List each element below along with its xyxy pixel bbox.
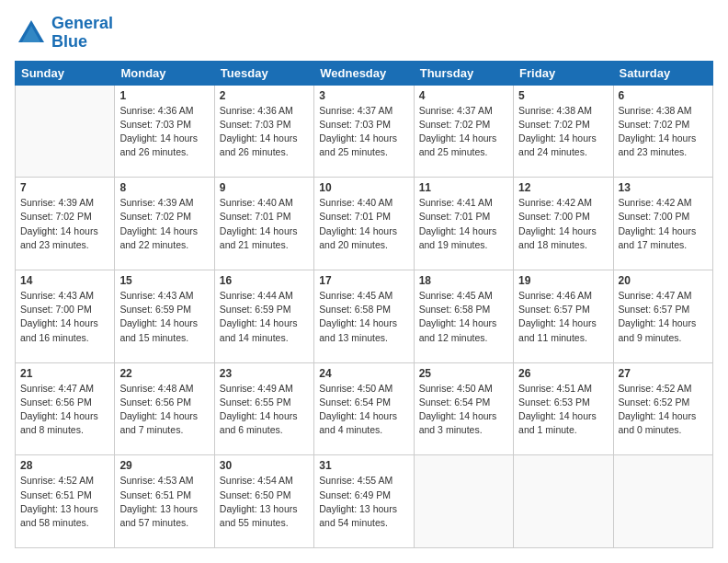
day-number: 7 xyxy=(20,181,109,194)
calendar-cell: 7Sunrise: 4:39 AMSunset: 7:02 PMDaylight… xyxy=(16,178,115,270)
day-info: Sunrise: 4:47 AMSunset: 6:57 PMDaylight:… xyxy=(619,289,708,345)
day-number: 18 xyxy=(419,274,508,287)
day-info: Sunrise: 4:50 AMSunset: 6:54 PMDaylight:… xyxy=(319,382,408,438)
day-number: 6 xyxy=(619,89,708,102)
day-info: Sunrise: 4:51 AMSunset: 6:53 PMDaylight:… xyxy=(518,382,608,438)
week-row-3: 21Sunrise: 4:47 AMSunset: 6:56 PMDayligh… xyxy=(16,362,713,455)
day-info: Sunrise: 4:53 AMSunset: 6:51 PMDaylight:… xyxy=(119,474,209,530)
day-info: Sunrise: 4:38 AMSunset: 7:02 PMDaylight:… xyxy=(619,104,708,160)
calendar-cell: 10Sunrise: 4:40 AMSunset: 7:01 PMDayligh… xyxy=(314,178,414,270)
calendar-cell: 28Sunrise: 4:52 AMSunset: 6:51 PMDayligh… xyxy=(16,455,115,548)
day-info: Sunrise: 4:55 AMSunset: 6:49 PMDaylight:… xyxy=(319,474,408,530)
day-number: 23 xyxy=(220,367,309,380)
logo-blue: Blue xyxy=(51,32,87,51)
day-info: Sunrise: 4:47 AMSunset: 6:56 PMDaylight:… xyxy=(20,382,109,438)
day-info: Sunrise: 4:39 AMSunset: 7:02 PMDaylight:… xyxy=(20,196,109,252)
day-number: 4 xyxy=(419,89,508,102)
calendar-cell xyxy=(613,455,712,548)
day-header-wednesday: Wednesday xyxy=(314,61,414,85)
calendar-cell: 27Sunrise: 4:52 AMSunset: 6:52 PMDayligh… xyxy=(613,362,712,455)
day-number: 14 xyxy=(20,274,109,287)
day-number: 26 xyxy=(518,367,608,380)
day-info: Sunrise: 4:40 AMSunset: 7:01 PMDaylight:… xyxy=(319,196,408,252)
day-number: 27 xyxy=(619,367,708,380)
calendar-cell: 14Sunrise: 4:43 AMSunset: 7:00 PMDayligh… xyxy=(16,270,115,362)
day-number: 12 xyxy=(518,181,608,194)
day-number: 21 xyxy=(20,367,109,380)
calendar-cell: 31Sunrise: 4:55 AMSunset: 6:49 PMDayligh… xyxy=(314,455,414,548)
day-number: 31 xyxy=(319,459,408,472)
logo-general: General xyxy=(51,14,113,32)
day-header-friday: Friday xyxy=(514,61,613,85)
day-number: 11 xyxy=(419,181,508,194)
day-number: 2 xyxy=(220,89,309,102)
calendar-page: General Blue SundayMondayTuesdayWednesda… xyxy=(0,0,728,563)
day-number: 8 xyxy=(119,181,209,194)
calendar-header-row: SundayMondayTuesdayWednesdayThursdayFrid… xyxy=(16,61,713,85)
day-number: 24 xyxy=(319,367,408,380)
day-info: Sunrise: 4:40 AMSunset: 7:01 PMDaylight:… xyxy=(220,196,309,252)
day-number: 16 xyxy=(220,274,309,287)
day-info: Sunrise: 4:46 AMSunset: 6:57 PMDaylight:… xyxy=(518,289,608,345)
week-row-0: 1Sunrise: 4:36 AMSunset: 7:03 PMDaylight… xyxy=(16,85,713,178)
day-number: 28 xyxy=(20,459,109,472)
day-number: 25 xyxy=(419,367,508,380)
week-row-2: 14Sunrise: 4:43 AMSunset: 7:00 PMDayligh… xyxy=(16,270,713,362)
day-info: Sunrise: 4:41 AMSunset: 7:01 PMDaylight:… xyxy=(419,196,508,252)
calendar-cell: 9Sunrise: 4:40 AMSunset: 7:01 PMDaylight… xyxy=(214,178,313,270)
day-header-sunday: Sunday xyxy=(16,61,115,85)
day-number: 15 xyxy=(119,274,209,287)
day-info: Sunrise: 4:52 AMSunset: 6:51 PMDaylight:… xyxy=(20,474,109,530)
day-info: Sunrise: 4:37 AMSunset: 7:03 PMDaylight:… xyxy=(319,104,408,160)
day-info: Sunrise: 4:42 AMSunset: 7:00 PMDaylight:… xyxy=(619,196,708,252)
calendar-cell: 29Sunrise: 4:53 AMSunset: 6:51 PMDayligh… xyxy=(115,455,214,548)
day-header-tuesday: Tuesday xyxy=(214,61,313,85)
calendar-cell: 13Sunrise: 4:42 AMSunset: 7:00 PMDayligh… xyxy=(613,178,712,270)
day-header-saturday: Saturday xyxy=(613,61,712,85)
day-number: 29 xyxy=(119,459,209,472)
day-number: 17 xyxy=(319,274,408,287)
day-info: Sunrise: 4:48 AMSunset: 6:56 PMDaylight:… xyxy=(119,382,209,438)
calendar-cell: 25Sunrise: 4:50 AMSunset: 6:54 PMDayligh… xyxy=(414,362,513,455)
calendar-cell: 19Sunrise: 4:46 AMSunset: 6:57 PMDayligh… xyxy=(514,270,613,362)
day-header-thursday: Thursday xyxy=(414,61,513,85)
logo: General Blue xyxy=(15,15,113,52)
logo-text: General Blue xyxy=(51,15,113,52)
day-number: 10 xyxy=(319,181,408,194)
calendar-cell xyxy=(414,455,513,548)
calendar-cell: 15Sunrise: 4:43 AMSunset: 6:59 PMDayligh… xyxy=(115,270,214,362)
day-number: 9 xyxy=(220,181,309,194)
day-number: 13 xyxy=(619,181,708,194)
page-header: General Blue xyxy=(15,15,713,52)
day-number: 22 xyxy=(119,367,209,380)
calendar-cell: 8Sunrise: 4:39 AMSunset: 7:02 PMDaylight… xyxy=(115,178,214,270)
day-info: Sunrise: 4:45 AMSunset: 6:58 PMDaylight:… xyxy=(319,289,408,345)
day-number: 3 xyxy=(319,89,408,102)
calendar-cell: 2Sunrise: 4:36 AMSunset: 7:03 PMDaylight… xyxy=(214,85,313,178)
day-info: Sunrise: 4:50 AMSunset: 6:54 PMDaylight:… xyxy=(419,382,508,438)
calendar-cell: 26Sunrise: 4:51 AMSunset: 6:53 PMDayligh… xyxy=(514,362,613,455)
calendar-cell: 21Sunrise: 4:47 AMSunset: 6:56 PMDayligh… xyxy=(16,362,115,455)
calendar-cell: 18Sunrise: 4:45 AMSunset: 6:58 PMDayligh… xyxy=(414,270,513,362)
calendar-table: SundayMondayTuesdayWednesdayThursdayFrid… xyxy=(15,61,713,548)
day-number: 5 xyxy=(518,89,608,102)
day-info: Sunrise: 4:44 AMSunset: 6:59 PMDaylight:… xyxy=(220,289,309,345)
calendar-cell: 12Sunrise: 4:42 AMSunset: 7:00 PMDayligh… xyxy=(514,178,613,270)
day-number: 1 xyxy=(119,89,209,102)
calendar-cell: 3Sunrise: 4:37 AMSunset: 7:03 PMDaylight… xyxy=(314,85,414,178)
day-number: 20 xyxy=(619,274,708,287)
calendar-cell: 17Sunrise: 4:45 AMSunset: 6:58 PMDayligh… xyxy=(314,270,414,362)
week-row-4: 28Sunrise: 4:52 AMSunset: 6:51 PMDayligh… xyxy=(16,455,713,548)
calendar-cell xyxy=(16,85,115,178)
day-info: Sunrise: 4:39 AMSunset: 7:02 PMDaylight:… xyxy=(119,196,209,252)
calendar-cell: 5Sunrise: 4:38 AMSunset: 7:02 PMDaylight… xyxy=(514,85,613,178)
day-info: Sunrise: 4:49 AMSunset: 6:55 PMDaylight:… xyxy=(220,382,309,438)
day-info: Sunrise: 4:43 AMSunset: 7:00 PMDaylight:… xyxy=(20,289,109,345)
day-info: Sunrise: 4:54 AMSunset: 6:50 PMDaylight:… xyxy=(220,474,309,530)
day-header-monday: Monday xyxy=(115,61,214,85)
calendar-cell: 11Sunrise: 4:41 AMSunset: 7:01 PMDayligh… xyxy=(414,178,513,270)
calendar-cell: 4Sunrise: 4:37 AMSunset: 7:02 PMDaylight… xyxy=(414,85,513,178)
calendar-cell: 1Sunrise: 4:36 AMSunset: 7:03 PMDaylight… xyxy=(115,85,214,178)
day-info: Sunrise: 4:45 AMSunset: 6:58 PMDaylight:… xyxy=(419,289,508,345)
day-info: Sunrise: 4:36 AMSunset: 7:03 PMDaylight:… xyxy=(220,104,309,160)
